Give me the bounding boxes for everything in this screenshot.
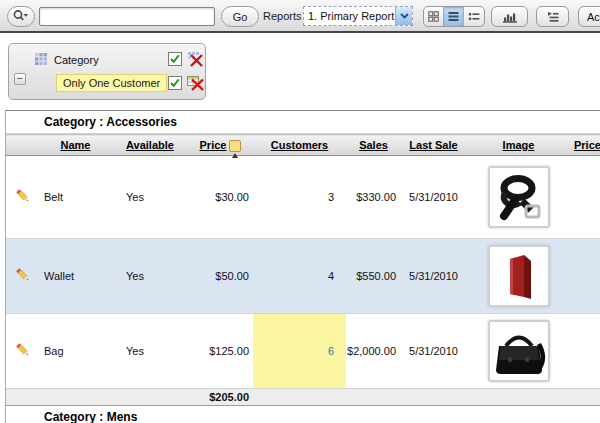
go-button[interactable]: Go bbox=[221, 6, 259, 27]
cell-last-sale: 5/31/2010 bbox=[401, 156, 466, 239]
cell-customers: 4 bbox=[253, 239, 346, 314]
column-header-name: Name bbox=[39, 135, 112, 156]
cell-price: $30.00 bbox=[188, 156, 253, 239]
detail-view-button[interactable] bbox=[464, 7, 484, 26]
bag-image bbox=[488, 320, 550, 382]
cell-image bbox=[466, 314, 571, 389]
sort-link-last-sale[interactable]: Last Sale bbox=[409, 139, 457, 151]
column-header-price2: Price bbox=[571, 135, 600, 156]
cell-price: $125.00 bbox=[188, 314, 253, 389]
sort-link-image[interactable]: Image bbox=[503, 139, 535, 151]
price-sum: $205.00 bbox=[188, 389, 253, 406]
belt-image bbox=[488, 166, 550, 228]
icon-view-icon bbox=[428, 11, 439, 22]
group-by-filter-label: Category bbox=[54, 54, 99, 66]
cell-sales: $550.00 bbox=[346, 239, 401, 314]
search-input[interactable] bbox=[39, 7, 215, 26]
cell-name: Belt bbox=[39, 156, 112, 239]
view-mode-group bbox=[423, 6, 485, 27]
cell-image bbox=[466, 156, 571, 239]
next-group-header: Category : Mens bbox=[6, 406, 600, 423]
sum-row: $205.00 bbox=[6, 389, 600, 406]
column-header-last-sale: Last Sale bbox=[401, 135, 466, 156]
remove-group-by-icon[interactable] bbox=[187, 51, 204, 67]
cell-sales: $2,000.00 bbox=[346, 314, 401, 389]
sort-link-customers[interactable]: Customers bbox=[271, 139, 328, 151]
chevron-down-icon bbox=[24, 14, 29, 17]
report-settings-panel: − Category Only One Customer bbox=[8, 43, 206, 100]
cell-last-sale: 5/31/2010 bbox=[401, 314, 466, 389]
search-options-button[interactable] bbox=[7, 6, 35, 27]
report-view-icon bbox=[448, 11, 459, 22]
report-select[interactable]: 1. Primary Report bbox=[303, 6, 413, 26]
column-header-row: Name Available Price Customers Sales Las… bbox=[6, 135, 600, 156]
sort-link-name[interactable]: Name bbox=[61, 139, 91, 151]
cell-name: Bag bbox=[39, 314, 112, 389]
actions-button[interactable]: Actions bbox=[578, 6, 600, 27]
search-icon bbox=[12, 9, 30, 24]
chart-view-button[interactable] bbox=[491, 6, 528, 27]
wallet-image bbox=[488, 245, 550, 307]
highlight-enabled-checkbox[interactable] bbox=[168, 76, 182, 90]
edit-row-icon[interactable] bbox=[15, 267, 31, 283]
table-row: Belt Yes $30.00 3 $330.00 5/31/2010 bbox=[6, 156, 600, 239]
highlight-filter-chip[interactable]: Only One Customer bbox=[56, 74, 167, 92]
cell-last-sale: 5/31/2010 bbox=[401, 239, 466, 314]
cell-available: Yes bbox=[112, 239, 188, 314]
table-row: Wallet Yes $50.00 4 $550.00 5/31/2010 bbox=[6, 239, 600, 314]
remove-highlight-icon[interactable] bbox=[187, 75, 204, 91]
group-by-grid-icon bbox=[34, 52, 48, 66]
report-select-value: 1. Primary Report bbox=[304, 10, 395, 22]
report-view-button[interactable] bbox=[444, 7, 464, 26]
cell-image bbox=[466, 239, 571, 314]
cell-customers: 3 bbox=[253, 156, 346, 239]
column-header-price: Price bbox=[188, 135, 253, 156]
sort-asc-icon[interactable] bbox=[229, 140, 241, 152]
table-row: Bag Yes $125.00 6 $2,000.00 5/31/2010 bbox=[6, 314, 600, 389]
column-header-sales: Sales bbox=[346, 135, 401, 156]
cell-sales: $330.00 bbox=[346, 156, 401, 239]
icon-view-button[interactable] bbox=[424, 7, 444, 26]
cell-customers-highlighted: 6 bbox=[253, 314, 346, 389]
group-by-view-button[interactable] bbox=[536, 6, 569, 27]
chevron-down-icon bbox=[400, 13, 409, 19]
cell-price2 bbox=[571, 239, 600, 314]
edit-row-icon[interactable] bbox=[15, 188, 31, 204]
edit-row-icon[interactable] bbox=[15, 342, 31, 358]
toolbar: Go Reports 1. Primary Report bbox=[0, 0, 600, 33]
cell-price2 bbox=[571, 314, 600, 389]
group-header: Category : Accessories bbox=[6, 111, 600, 134]
report-table: Name Available Price Customers Sales Las… bbox=[6, 134, 600, 406]
detail-view-icon bbox=[468, 11, 480, 22]
bar-chart-icon bbox=[502, 11, 518, 23]
group-by-icon bbox=[546, 11, 560, 23]
group-by-enabled-checkbox[interactable] bbox=[168, 52, 182, 66]
sort-link-available[interactable]: Available bbox=[126, 139, 174, 151]
sort-link-sales[interactable]: Sales bbox=[359, 139, 388, 151]
interactive-report: Category : Accessories Name Available Pr… bbox=[5, 110, 600, 423]
cell-available: Yes bbox=[112, 314, 188, 389]
column-header-image: Image bbox=[466, 135, 571, 156]
sort-link-price[interactable]: Price bbox=[200, 139, 227, 151]
column-header-customers: Customers bbox=[253, 135, 346, 156]
select-arrow[interactable] bbox=[395, 7, 412, 25]
cell-price: $50.00 bbox=[188, 239, 253, 314]
cell-price2 bbox=[571, 156, 600, 239]
edit-column-header bbox=[6, 135, 39, 156]
cell-name: Wallet bbox=[39, 239, 112, 314]
column-header-available: Available bbox=[112, 135, 188, 156]
cell-available: Yes bbox=[112, 156, 188, 239]
sort-link-price2[interactable]: Price bbox=[574, 139, 600, 151]
customers-value-link[interactable]: 6 bbox=[328, 345, 334, 357]
reports-label: Reports bbox=[263, 10, 302, 22]
collapse-panel-button[interactable]: − bbox=[14, 73, 26, 85]
